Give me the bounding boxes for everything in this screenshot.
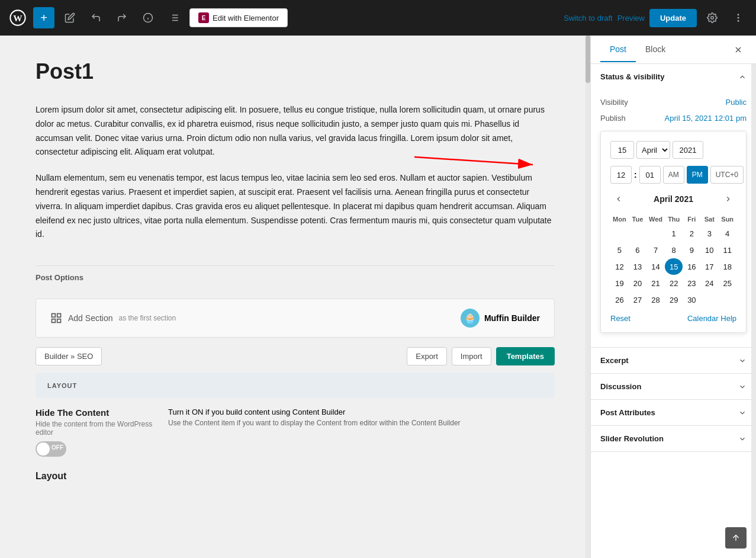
calendar-day[interactable]: 11 <box>718 242 736 258</box>
paragraph-2[interactable]: Nullam elementum, sem eu venenatis tempo… <box>36 171 555 242</box>
status-visibility-header[interactable]: Status & visibility <box>591 64 756 89</box>
calendar-day[interactable]: 2 <box>683 225 700 242</box>
tab-block[interactable]: Block <box>636 37 675 62</box>
calendar-day[interactable]: 30 <box>683 291 700 308</box>
calendar-day[interactable]: 18 <box>718 258 736 275</box>
builder-toolbar: Builder » SEO Export Import Templates <box>36 347 555 365</box>
add-block-button[interactable]: + <box>33 7 54 28</box>
tools-button[interactable] <box>59 7 81 28</box>
visibility-value[interactable]: Public <box>726 98 747 107</box>
visibility-row: Visibility Public <box>600 94 747 110</box>
info-button[interactable] <box>137 7 159 28</box>
calendar-day[interactable]: 21 <box>646 275 665 291</box>
calendar-day <box>610 225 629 242</box>
muffin-builder: 🧁 Muffin Builder <box>461 309 540 328</box>
publish-time: 12:01 pm <box>715 114 747 123</box>
toggle-area: OFF <box>36 441 154 457</box>
builder-seo-button[interactable]: Builder » SEO <box>36 347 102 365</box>
next-month-button[interactable] <box>720 191 736 207</box>
list-view-button[interactable] <box>163 7 185 28</box>
visibility-label: Visibility <box>600 98 628 107</box>
calendar-day[interactable]: 20 <box>629 275 646 291</box>
calendar-day[interactable]: 13 <box>629 258 646 275</box>
templates-button[interactable]: Templates <box>496 347 555 365</box>
add-section-bar[interactable]: Add Section as the first section 🧁 Muffi… <box>36 299 555 338</box>
calendar-day[interactable]: 23 <box>683 275 700 291</box>
status-visibility-body: Visibility Public Publish April 15, 2021… <box>591 89 756 347</box>
sidebar-tab-group: Post Block <box>600 37 675 62</box>
calendar-help-link[interactable]: Calendar Help <box>687 314 736 323</box>
prev-month-button[interactable] <box>610 191 627 207</box>
preview-button[interactable]: Preview <box>617 14 645 23</box>
discussion-header[interactable]: Discussion <box>591 374 756 399</box>
calendar-day[interactable]: 26 <box>610 291 629 308</box>
year-input[interactable] <box>673 141 703 159</box>
pm-button[interactable]: PM <box>687 166 708 184</box>
paragraph-1[interactable]: Lorem ipsum dolor sit amet, consectetur … <box>36 103 555 159</box>
calendar-day[interactable]: 22 <box>665 275 683 291</box>
calendar-day[interactable]: 29 <box>665 291 683 308</box>
calendar-day[interactable]: 17 <box>700 258 718 275</box>
calendar-day[interactable]: 3 <box>700 225 718 242</box>
minute-input[interactable] <box>639 166 661 184</box>
am-button[interactable]: AM <box>663 166 684 184</box>
dow-wed: Wed <box>646 213 665 225</box>
add-section-left: Add Section as the first section <box>50 312 176 324</box>
layout-section: LAYOUT <box>36 373 555 398</box>
scroll-to-top-button[interactable] <box>725 527 747 549</box>
wp-logo[interactable]: W <box>7 7 28 28</box>
calendar-day[interactable]: 15 <box>665 258 683 275</box>
import-button[interactable]: Import <box>452 347 491 365</box>
dow-thu: Thu <box>665 213 683 225</box>
toggle-knob <box>37 442 50 456</box>
export-button[interactable]: Export <box>407 347 447 365</box>
svg-point-11 <box>711 17 714 20</box>
calendar-day[interactable]: 5 <box>610 242 629 258</box>
more-options-button[interactable] <box>728 7 749 28</box>
update-button[interactable]: Update <box>649 9 697 27</box>
calendar-day[interactable]: 1 <box>665 225 683 242</box>
edit-elementor-button[interactable]: E Edit with Elementor <box>189 8 288 27</box>
calendar-day[interactable]: 4 <box>718 225 736 242</box>
calendar-day[interactable]: 12 <box>610 258 629 275</box>
calendar-day[interactable]: 16 <box>683 258 700 275</box>
calendar-day[interactable]: 28 <box>646 291 665 308</box>
post-attributes-header[interactable]: Post Attributes <box>591 400 756 425</box>
day-input[interactable] <box>610 141 634 159</box>
calendar-day[interactable]: 7 <box>646 242 665 258</box>
tab-post[interactable]: Post <box>600 37 636 62</box>
publish-row: Publish April 15, 2021 12:01 pm <box>600 110 747 126</box>
undo-button[interactable] <box>85 7 107 28</box>
calendar-day[interactable]: 6 <box>629 242 646 258</box>
calendar-day[interactable]: 9 <box>683 242 700 258</box>
sidebar-scroll-track[interactable] <box>751 64 756 558</box>
edit-elementor-label: Edit with Elementor <box>213 14 279 23</box>
month-select[interactable]: April <box>636 141 670 159</box>
post-title[interactable]: Post1 <box>36 59 555 84</box>
dow-sat: Sat <box>700 213 718 225</box>
slider-revolution-header[interactable]: Slider Revolution <box>591 426 756 451</box>
excerpt-header[interactable]: Excerpt <box>591 348 756 373</box>
pencil-icon <box>65 12 75 23</box>
calendar-day[interactable]: 27 <box>629 291 646 308</box>
editor-scroll-track[interactable] <box>586 36 590 558</box>
redo-button[interactable] <box>111 7 133 28</box>
svg-point-12 <box>738 14 739 15</box>
hour-input[interactable] <box>610 166 632 184</box>
calendar-day[interactable]: 14 <box>646 258 665 275</box>
calendar-day[interactable]: 25 <box>718 275 736 291</box>
hide-content-main-text: Turn it ON if you build content using Co… <box>168 408 555 416</box>
publish-datetime[interactable]: April 15, 2021 12:01 pm <box>665 114 747 123</box>
main-layout: Post1 Lorem ipsum dolor sit amet, consec… <box>0 36 756 558</box>
calendar-day[interactable]: 19 <box>610 275 629 291</box>
switch-draft-button[interactable]: Switch to draft <box>564 14 612 23</box>
calendar-day[interactable]: 8 <box>665 242 683 258</box>
calendar-day[interactable]: 24 <box>700 275 718 291</box>
reset-link[interactable]: Reset <box>610 314 630 323</box>
calendar-day <box>629 225 646 242</box>
settings-button[interactable] <box>702 7 723 28</box>
hide-content-left: Hide The Content Hide the content from t… <box>36 408 154 461</box>
sidebar-close-button[interactable] <box>730 41 747 58</box>
calendar-day[interactable]: 10 <box>700 242 718 258</box>
hide-content-toggle[interactable]: OFF <box>36 441 66 457</box>
